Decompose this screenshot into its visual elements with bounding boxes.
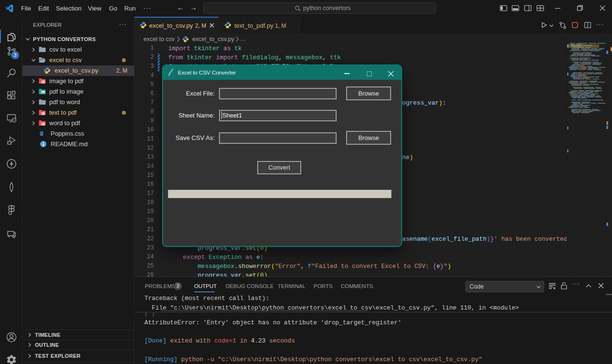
svg-text:A: A [42, 112, 44, 115]
svg-text:A: A [42, 122, 44, 125]
svg-text:3: 3 [40, 130, 44, 137]
svg-text:A: A [42, 80, 44, 83]
